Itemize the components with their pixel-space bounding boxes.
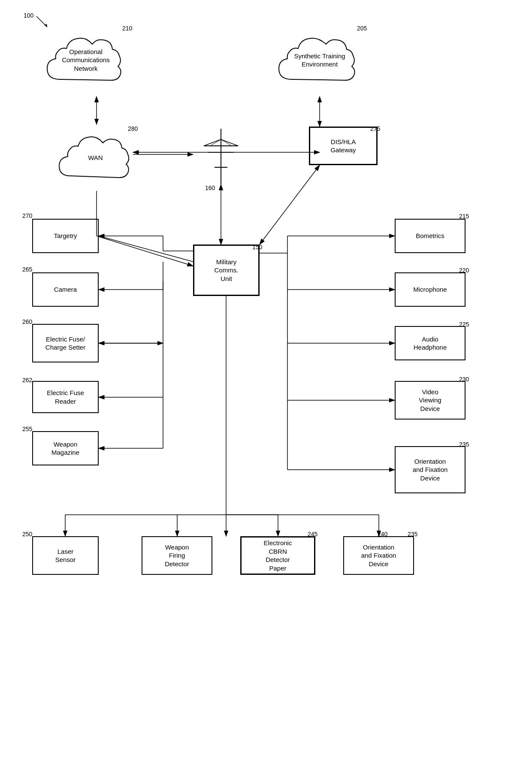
orientation-bottom-box: Orientationand FixationDevice: [343, 536, 414, 575]
ref-215: 215: [459, 213, 469, 220]
electric-fuse-reader-label: Electric FuseReader: [47, 389, 84, 405]
ref-260: 260: [22, 318, 32, 325]
targetry-box: Targetry: [32, 219, 99, 253]
ref-255: 255: [22, 426, 32, 432]
ref-245: 245: [308, 531, 317, 538]
orientation-box: Orientationand FixationDevice: [395, 446, 466, 493]
dis-hla-box: DIS/HLAGateway: [309, 127, 378, 165]
svg-line-5: [204, 139, 221, 146]
laser-sensor-box: LaserSensor: [32, 536, 99, 575]
electric-fuse-setter-label: Electric Fuse/Charge Setter: [45, 335, 85, 352]
ref-230: 230: [459, 376, 469, 383]
bometrics-box: Bometrics: [395, 219, 466, 253]
ste-label: Synthetic TrainingEnvironment: [294, 52, 345, 69]
microphone-box: Microphone: [395, 272, 466, 307]
diagram: 100 OperationalCommunicationsNetwork 210…: [0, 0, 532, 767]
ref-205: 205: [357, 25, 367, 32]
ref-235: 235: [459, 441, 469, 448]
ref-262: 262: [22, 377, 32, 384]
ref-275: 275: [370, 125, 380, 132]
ref-235-b: 235: [408, 531, 417, 538]
ref-270: 270: [22, 212, 32, 219]
ste-cloud: Synthetic TrainingEnvironment: [275, 24, 365, 97]
dis-hla-label: DIS/HLAGateway: [330, 138, 356, 154]
weapon-antenna-icon: [195, 124, 247, 189]
ocn-label: OperationalCommunicationsNetwork: [62, 48, 110, 73]
orientation-bottom-label: Orientationand FixationDevice: [361, 543, 396, 568]
svg-line-15: [97, 236, 193, 266]
ref-250: 250: [22, 531, 32, 538]
wan-label: WAN: [88, 154, 103, 162]
weapon-firing-box: WeaponFiringDetector: [142, 536, 212, 575]
camera-label: Camera: [54, 285, 77, 294]
ref-225: 225: [459, 321, 469, 328]
video-viewing-label: VideoViewingDevice: [419, 388, 441, 413]
wan-cloud: WAN: [56, 124, 135, 191]
video-viewing-box: VideoViewingDevice: [395, 381, 466, 420]
camera-box: Camera: [32, 272, 99, 307]
ref-160: 160: [205, 184, 215, 191]
ref-210: 210: [122, 25, 132, 32]
ref-280: 280: [128, 125, 138, 132]
electronic-cbrn-label: ElectronicCBRNDetectorPaper: [264, 539, 292, 572]
ref-220: 220: [459, 267, 469, 274]
electric-fuse-setter-box: Electric Fuse/Charge Setter: [32, 324, 99, 362]
weapon-magazine-label: WeaponMagazine: [51, 440, 79, 457]
bometrics-label: Bometrics: [416, 232, 444, 240]
ocn-cloud: OperationalCommunicationsNetwork: [43, 24, 129, 97]
weapon-firing-label: WeaponFiringDetector: [165, 543, 189, 568]
orientation-label: Orientationand FixationDevice: [413, 457, 448, 483]
military-comms-label: MilitaryComms.Unit: [215, 258, 239, 283]
microphone-label: Microphone: [413, 285, 447, 294]
laser-sensor-label: LaserSensor: [55, 547, 76, 564]
audio-headphone-box: AudioHeadphone: [395, 326, 466, 360]
svg-line-21: [99, 236, 193, 262]
ref-150: 150: [252, 244, 262, 251]
electric-fuse-reader-box: Electric FuseReader: [32, 381, 99, 413]
military-comms-box: MilitaryComms.Unit: [193, 245, 260, 296]
svg-line-6: [221, 139, 238, 146]
ref-265: 265: [22, 266, 32, 273]
svg-line-17: [260, 165, 320, 245]
weapon-magazine-box: WeaponMagazine: [32, 431, 99, 465]
electronic-cbrn-box: ElectronicCBRNDetectorPaper: [240, 536, 315, 575]
targetry-label: Targetry: [54, 232, 77, 240]
ref-100: 100: [24, 12, 33, 19]
audio-headphone-label: AudioHeadphone: [414, 335, 447, 352]
